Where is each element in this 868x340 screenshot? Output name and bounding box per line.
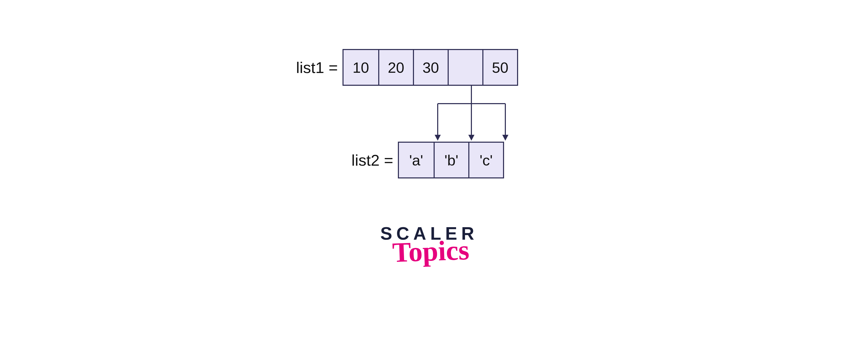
svg-marker-5 xyxy=(435,135,441,141)
list2-cell-2: 'c' xyxy=(468,143,503,177)
list2-cells: 'a' 'b' 'c' xyxy=(398,142,504,178)
list1-cell-1: 20 xyxy=(378,50,413,85)
arrows-svg xyxy=(401,86,518,150)
list1-label: list1 = xyxy=(296,58,338,76)
list1-cells: 10 20 30 50 xyxy=(342,49,518,86)
list1-cell-0: 10 xyxy=(343,50,378,85)
list2-cell-1: 'b' xyxy=(434,143,468,177)
list1-cell-2: 30 xyxy=(413,50,448,85)
scaler-topics-logo: SCALER Topics xyxy=(380,225,478,261)
list2-row: list2 = 'a' 'b' 'c' xyxy=(351,142,504,178)
list1-cell-3 xyxy=(448,50,483,85)
list1-cell-4: 50 xyxy=(483,50,517,85)
svg-marker-7 xyxy=(502,135,508,141)
list2-cell-0: 'a' xyxy=(399,143,434,177)
logo-text-topics: Topics xyxy=(381,240,480,262)
svg-marker-6 xyxy=(468,135,474,141)
list2-label: list2 = xyxy=(351,151,393,169)
diagram-canvas: list1 = 10 20 30 50 list2 = xyxy=(0,0,868,340)
list1-row: list1 = 10 20 30 50 xyxy=(296,49,518,86)
